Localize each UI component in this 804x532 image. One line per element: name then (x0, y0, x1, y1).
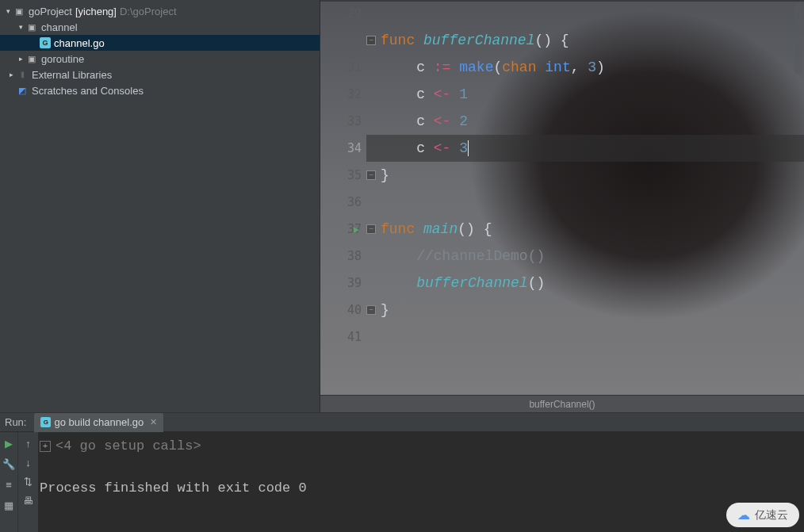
code-line[interactable]: −} (366, 297, 804, 323)
project-tree[interactable]: ▾ ▣ goProject [yicheng] D:\goProject ▾ ▣… (0, 0, 320, 412)
gutter-line[interactable]: 35 (320, 162, 362, 189)
library-icon: ⫴ (16, 68, 29, 81)
token-num: 3 (459, 140, 468, 156)
chevron-right-icon[interactable]: ▸ (16, 55, 25, 63)
tree-file-channel-go[interactable]: G channel.go (0, 35, 320, 51)
token-fn: bufferChannel (416, 275, 527, 291)
code-body[interactable]: −func bufferChannel() { c := make(chan i… (366, 0, 804, 395)
folder-icon: ▣ (25, 21, 38, 33)
code-editor[interactable]: 293031323334353637▶38394041 −func buffer… (320, 0, 804, 412)
console-hidden-line: <4 go setup calls> (56, 438, 201, 454)
close-icon[interactable]: ✕ (150, 417, 157, 427)
fold-icon[interactable]: − (366, 36, 376, 45)
tree-root[interactable]: ▾ ▣ goProject [yicheng] D:\goProject (0, 3, 320, 19)
tree-label: External Libraries (32, 69, 112, 81)
gutter-line[interactable]: 36 (320, 189, 362, 216)
fold-icon[interactable]: − (366, 305, 376, 315)
fold-icon[interactable]: − (366, 224, 376, 234)
run-tool-window[interactable]: Run: G go build channel.go ✕ ▶ 🔧 ≡ ▦ ↑ ↓… (0, 412, 804, 532)
tree-folder-goroutine[interactable]: ▸ ▣ goroutine (0, 51, 320, 67)
tree-folder-channel[interactable]: ▾ ▣ channel (0, 19, 320, 35)
code-line[interactable] (366, 0, 804, 27)
code-line[interactable]: c <- 1 (366, 81, 804, 108)
gutter-line[interactable]: 30 (320, 27, 362, 54)
up-icon[interactable]: ↑ (22, 437, 35, 450)
run-toolbar-primary: ▶ 🔧 ≡ ▦ (0, 432, 17, 532)
tree-scratches[interactable]: ◩ Scratches and Consoles (0, 82, 320, 98)
code-line[interactable]: c <- 2 (366, 108, 804, 135)
gutter-line[interactable]: 40 (320, 297, 362, 323)
code-line[interactable]: −func main() { (366, 216, 804, 243)
gutter-line[interactable]: 39 (320, 270, 362, 297)
token-op: <- (434, 113, 451, 129)
token-id: { (475, 221, 492, 237)
stop-icon[interactable]: ▦ (2, 499, 15, 511)
chevron-right-icon[interactable]: ▸ (6, 71, 16, 78)
print-icon[interactable]: 🖶 (22, 494, 35, 507)
settings-icon[interactable]: 🔧 (2, 457, 15, 470)
folder-icon: ▣ (25, 52, 38, 65)
go-file-icon: G (40, 37, 51, 48)
gutter-line[interactable]: 34 (320, 135, 362, 162)
token-op: <- (434, 86, 451, 102)
gutter-line[interactable]: 37▶ (320, 216, 362, 243)
code-line[interactable]: c <- 3 (366, 135, 804, 162)
run-icon[interactable]: ▶ (354, 224, 359, 235)
gutter-line[interactable]: 31 (320, 54, 362, 81)
code-line[interactable]: bufferChannel() (366, 270, 804, 297)
code-line[interactable]: −func bufferChannel() { (366, 27, 804, 54)
run-tab-label: go build channel.go (54, 416, 144, 428)
token-cmt: //channelDemo() (382, 248, 545, 264)
chevron-down-icon[interactable]: ▾ (16, 23, 25, 31)
run-config-tab[interactable]: G go build channel.go ✕ (34, 413, 163, 432)
tree-label: goroutine (41, 53, 84, 65)
code-line[interactable]: −} (366, 162, 804, 189)
token-id: c (382, 113, 434, 129)
token-par: () (458, 221, 475, 237)
token-bi: make (459, 59, 493, 75)
token-num: 2 (459, 113, 468, 129)
gutter-line[interactable]: 38 (320, 243, 362, 270)
expand-icon[interactable]: + (40, 441, 51, 452)
code-line[interactable] (366, 323, 804, 350)
tree-label: channel.go (54, 37, 105, 49)
token-fn: main (423, 221, 458, 237)
fold-icon[interactable]: − (366, 170, 376, 180)
rerun-icon[interactable]: ▶ (2, 437, 15, 450)
wrap-icon[interactable]: ⇅ (22, 475, 35, 488)
stack-icon[interactable]: ≡ (2, 478, 15, 491)
run-title: Run: (5, 416, 26, 428)
breadcrumb[interactable]: bufferChannel() (320, 395, 804, 412)
line-gutter[interactable]: 293031323334353637▶38394041 (320, 0, 366, 395)
code-line[interactable]: c := make(chan int, 3) (366, 54, 804, 81)
gutter-line[interactable]: 33 (320, 108, 362, 135)
token-par: ( (493, 59, 502, 75)
tree-external-libraries[interactable]: ▸ ⫴ External Libraries (0, 67, 320, 82)
token-id (450, 59, 459, 75)
token-id: } (381, 167, 389, 183)
token-fn: bufferChannel (423, 33, 534, 48)
token-ty: chan (502, 59, 545, 75)
token-id: } (381, 302, 389, 318)
code-line[interactable] (366, 189, 804, 216)
token-kw: func (381, 221, 423, 237)
down-icon[interactable]: ↓ (22, 456, 35, 469)
tree-context: [yicheng] (75, 6, 117, 17)
token-bi: int (545, 59, 570, 75)
chevron-down-icon[interactable]: ▾ (3, 7, 13, 15)
token-num: 3 (588, 59, 596, 75)
token-par: ) (596, 59, 605, 75)
gutter-line[interactable]: 32 (320, 81, 362, 108)
code-line[interactable]: //channelDemo() (366, 243, 804, 270)
go-file-icon: G (40, 417, 51, 427)
token-id: , (571, 59, 588, 75)
gutter-line[interactable]: 41 (320, 323, 362, 350)
text-cursor (468, 140, 469, 156)
token-id (382, 275, 416, 291)
token-par: () (534, 33, 552, 48)
tree-path: D:\goProject (120, 6, 177, 17)
cloud-icon: ☁ (737, 507, 750, 522)
gutter-line[interactable]: 29 (320, 0, 362, 27)
breadcrumb-text: bufferChannel() (529, 399, 595, 410)
console-output[interactable]: + <4 go setup calls> Process finished wi… (38, 432, 804, 532)
